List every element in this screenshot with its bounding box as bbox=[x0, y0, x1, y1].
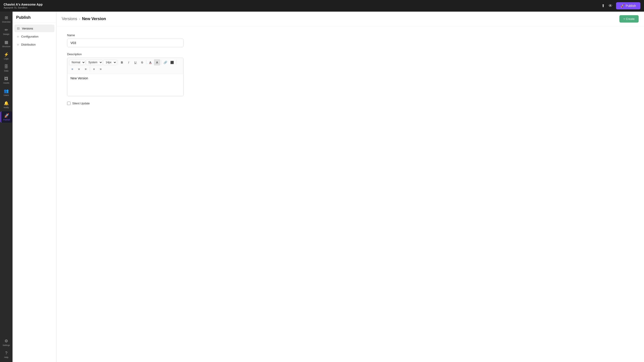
toolbar-divider-1 bbox=[118, 60, 118, 65]
sidebar-menu: ⊟ Versions ○ Configuration ○ Distributio… bbox=[12, 23, 56, 50]
name-label: Name bbox=[67, 33, 247, 37]
logic-icon: ⚡ bbox=[4, 52, 9, 57]
nav-item-design[interactable]: ✏ Design bbox=[0, 26, 12, 37]
structure-icon: ▦ bbox=[4, 40, 8, 45]
unordered-list-button[interactable]: ≡ bbox=[98, 66, 104, 72]
breadcrumb: Versions › New Version bbox=[62, 16, 106, 21]
nav-item-overview[interactable]: ⊞ Overview bbox=[0, 13, 12, 25]
description-editor: Normal System 14px B I U S bbox=[67, 58, 184, 96]
italic-button[interactable]: I bbox=[126, 59, 132, 65]
org-name: Appspotr SL Sandbox bbox=[4, 6, 42, 9]
font-select[interactable]: System bbox=[86, 60, 103, 65]
sidebar-title: Publish bbox=[12, 12, 56, 23]
ordered-list-button[interactable]: ≡ bbox=[91, 66, 97, 72]
users-icon: 👥 bbox=[4, 88, 9, 93]
nav-item-publish[interactable]: 🚀 Publish bbox=[0, 111, 12, 123]
breadcrumb-separator: › bbox=[79, 17, 80, 21]
breadcrumb-current: New Version bbox=[82, 16, 106, 21]
publish-rocket-icon: 🚀 bbox=[620, 4, 624, 7]
nav-item-help[interactable]: ? Help bbox=[0, 349, 12, 360]
style-select[interactable]: Normal bbox=[69, 60, 86, 65]
share-icon[interactable]: ⬆ bbox=[602, 3, 605, 8]
help-icon: ? bbox=[5, 351, 8, 356]
align-center-button[interactable]: ≡ bbox=[76, 66, 82, 72]
nav-item-logic[interactable]: ⚡ Logic bbox=[0, 50, 12, 62]
size-select[interactable]: 14px bbox=[103, 60, 117, 65]
configuration-icon: ○ bbox=[17, 35, 19, 38]
nav-item-notify[interactable]: 🔔 Notify bbox=[0, 99, 12, 110]
toolbar-divider-2 bbox=[146, 60, 146, 65]
left-nav: ⊞ Overview ✏ Design ▦ Structure ⚡ Logic … bbox=[0, 12, 12, 362]
toolbar-divider-3 bbox=[161, 60, 161, 65]
sidebar-item-distribution[interactable]: ○ Distribution bbox=[14, 41, 54, 48]
bold-button[interactable]: B bbox=[119, 59, 125, 65]
sidebar-item-versions-label: Versions bbox=[22, 27, 33, 30]
sidebar-item-configuration[interactable]: ○ Configuration bbox=[14, 33, 54, 40]
overview-icon: ⊞ bbox=[5, 15, 8, 20]
font-color-button[interactable]: A bbox=[147, 59, 154, 65]
silent-update-label[interactable]: Silent Update bbox=[72, 102, 90, 105]
eye-icon[interactable]: 👁 bbox=[608, 3, 612, 8]
toolbar-divider-5 bbox=[90, 67, 90, 71]
sidebar-item-distribution-label: Distribution bbox=[21, 43, 36, 46]
nav-item-settings[interactable]: ⚙ Settings bbox=[0, 337, 12, 348]
app-name: Chavini A's Awesome App bbox=[4, 3, 42, 6]
topbar-app-info: Chavini A's Awesome App Appspotr SL Sand… bbox=[4, 3, 42, 9]
topbar-actions: ⬆ 👁 🚀 Publish bbox=[602, 2, 640, 9]
settings-icon: ⚙ bbox=[4, 339, 8, 344]
main-layout: ⊞ Overview ✏ Design ▦ Structure ⚡ Logic … bbox=[0, 12, 644, 362]
description-label: Description bbox=[67, 52, 247, 56]
create-label: + Create bbox=[624, 17, 634, 20]
sidebar-item-configuration-label: Configuration bbox=[21, 35, 38, 38]
data-icon: 🗄 bbox=[4, 64, 8, 69]
nav-item-users[interactable]: 👥 Users bbox=[0, 87, 12, 98]
align-left-button[interactable]: ≡ bbox=[69, 66, 76, 72]
content-area: Versions › New Version + Create Name Des… bbox=[56, 12, 644, 362]
highlight-button[interactable]: A bbox=[154, 59, 160, 65]
underline-button[interactable]: U bbox=[132, 59, 138, 65]
form-area: Name Description Normal System 14p bbox=[56, 26, 258, 118]
link-button[interactable]: 🔗 bbox=[162, 59, 168, 65]
silent-update-checkbox[interactable] bbox=[67, 102, 70, 105]
assets-icon: 🖼 bbox=[4, 76, 8, 81]
nav-item-assets[interactable]: 🖼 Assets bbox=[0, 75, 12, 86]
description-editor-body[interactable]: New Version bbox=[67, 74, 183, 96]
design-icon: ✏ bbox=[5, 27, 8, 32]
create-button[interactable]: + Create bbox=[620, 15, 639, 22]
silent-update-group: Silent Update bbox=[67, 102, 247, 105]
image-button[interactable]: ⬛ bbox=[169, 59, 175, 65]
name-input[interactable] bbox=[67, 39, 184, 47]
name-field-group: Name bbox=[67, 33, 247, 47]
editor-toolbar: Normal System 14px B I U S bbox=[67, 58, 183, 74]
strikethrough-button[interactable]: S bbox=[139, 59, 145, 65]
toolbar-divider-4 bbox=[176, 60, 176, 65]
content-header: Versions › New Version + Create bbox=[56, 12, 644, 26]
nav-item-structure[interactable]: ▦ Structure bbox=[0, 38, 12, 49]
description-content: New Version bbox=[70, 76, 88, 80]
publish-icon: 🚀 bbox=[4, 113, 9, 118]
description-field-group: Description Normal System 14px B bbox=[67, 52, 247, 96]
sidebar-item-versions[interactable]: ⊟ Versions bbox=[14, 24, 54, 32]
notify-icon: 🔔 bbox=[4, 101, 9, 106]
topbar: Chavini A's Awesome App Appspotr SL Sand… bbox=[0, 0, 644, 12]
align-right-button[interactable]: ≡ bbox=[82, 66, 89, 72]
distribution-icon: ○ bbox=[17, 43, 19, 46]
breadcrumb-versions-link[interactable]: Versions bbox=[62, 16, 77, 21]
topbar-publish-button[interactable]: 🚀 Publish bbox=[616, 2, 640, 9]
nav-item-data[interactable]: 🗄 Data bbox=[0, 63, 12, 74]
sidebar: Publish ⊟ Versions ○ Configuration ○ Dis… bbox=[12, 12, 56, 362]
versions-icon: ⊟ bbox=[17, 27, 20, 30]
